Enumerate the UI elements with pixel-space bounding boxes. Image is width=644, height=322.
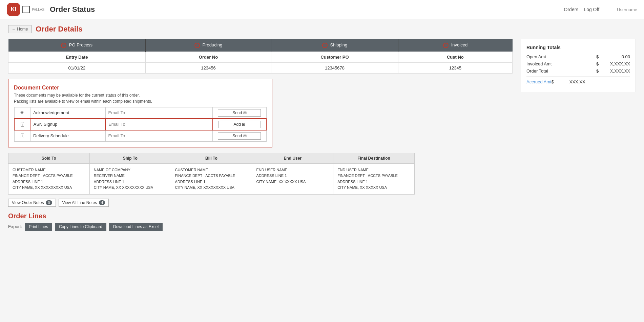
delivery-send-cell: Send ✉ [213,130,266,142]
bill-to-line-1: CUSTOMER NAME [175,167,248,173]
document-table: 👁 Acknowledgement Send ✉ [14,107,267,142]
bill-to-line-3: ADDRESS LINE 1 [175,179,248,185]
order-data-row: 01/01/22 123456 12345678 12345 [8,62,513,73]
ship-to-line-1: NAME OF COMPANY [94,167,167,173]
eye-icon: 👁 [20,110,24,115]
accrued-amt-dollar: $ [552,79,558,84]
invoiced-amt-row: Invoiced Amt $ X,XXX.XX [526,61,630,66]
bill-to-line-2: FINANCE DEPT - ACCTS PAYABLE [175,173,248,179]
info-icon-delivery: i [21,134,24,138]
logoff-link[interactable]: Log Off [584,7,599,12]
ship-to-line-3: ADDRESS LINE 1 [94,179,167,185]
acknowledgement-email-input[interactable] [108,110,210,115]
export-label: Export: [8,224,22,229]
status-table: PO Process Producing Shipping Invoi [8,39,513,74]
download-lines-button[interactable]: Download Lines as Excel [109,223,163,231]
asn-icon-cell: i [14,119,30,130]
bill-to-header: Bill To [171,153,252,164]
sold-to-line-4: CITY NAME, XX XXXXXXXXX USA [13,185,85,191]
open-amt-value: 0.00 [603,54,630,59]
logo-icon: KI [7,3,20,16]
document-center-desc1: These documents may be available for the… [14,93,267,98]
acknowledgement-email-input-cell[interactable] [105,107,213,119]
header-nav: Orders Log Off [564,7,599,12]
ship-to-col: Ship To NAME OF COMPANY RECEIVER NAME AD… [90,153,171,194]
delivery-email-input-cell[interactable] [105,130,213,142]
entry-date-value: 01/01/22 [8,62,146,73]
info-icon-asn: i [21,122,24,127]
producing-check-icon [194,43,200,48]
line-notes-badge: 4 [99,200,105,205]
copy-lines-button[interactable]: Copy Lines to Clipboard [55,223,106,231]
logo-pallas-text: PALLAS [32,8,44,12]
home-button[interactable]: ← Home [8,25,32,33]
main-panel: PO Process Producing Shipping Invoi [8,39,513,234]
customer-po-header: Customer PO [271,52,398,62]
delivery-send-button[interactable]: Send ✉ [218,132,261,140]
document-center-title: Document Center [14,85,267,91]
end-user-line-1: END USER NAME [256,167,329,173]
asn-email-input[interactable] [108,122,210,127]
app-title: Order Status [50,5,95,14]
final-dest-line-2: FINANCE DEPT - ACCTS PAYABLE [337,173,410,179]
export-bar: Export: Print Lines Copy Lines to Clipbo… [8,223,513,231]
view-order-notes-button[interactable]: View Order Notes 0 [8,199,56,207]
delivery-email-input[interactable] [108,133,210,138]
doc-row-acknowledgement: 👁 Acknowledgement Send ✉ [14,107,266,119]
status-shipping: Shipping [271,39,398,52]
ship-to-header: Ship To [90,153,171,164]
order-total-label: Order Total [526,68,596,74]
order-total-row: Order Total $ X,XXX.XX [526,68,630,74]
order-lines-section: Order Lines Export: Print Lines Copy Lin… [8,212,513,231]
asn-add-button[interactable]: Add ⊞ [218,121,261,128]
accrued-amt-value: XXX.XX [558,79,585,84]
print-lines-button[interactable]: Print Lines [25,223,52,231]
end-user-line-3: ADDRESS LINE 1 [256,173,329,179]
po-process-check-icon [61,43,66,48]
order-lines-title: Order Lines [8,212,513,220]
bill-to-body: CUSTOMER NAME FINANCE DEPT - ACCTS PAYAB… [171,164,252,194]
sold-to-line-3: ADDRESS LINE 1 [13,179,85,185]
status-invoiced: Invoiced [398,39,512,52]
order-no-header: Order No [145,52,271,62]
doc-row-asn: i ASN Signup Add ⊞ [14,119,266,130]
view-line-notes-button[interactable]: View All Line Notes 4 [59,199,109,207]
logo: KI PALLAS [7,3,44,16]
status-po-process: PO Process [8,39,146,52]
running-totals: Running Totals Open Amt $ 0.00 Invoiced … [521,39,636,92]
document-center-desc2: Packing lists are available to view or e… [14,99,267,104]
sold-to-header: Sold To [8,153,89,164]
asn-add-cell: Add ⊞ [213,119,266,130]
view-line-notes-label: View All Line Notes [62,200,97,205]
sold-to-body: CUSTOMER NAME FINANCE DEPT - ACCTS PAYAB… [8,164,89,194]
final-dest-line-3: ADDRESS LINE 1 [337,179,410,185]
username-display: Username [617,7,637,12]
ship-to-line-4: CITY NAME, XX XXXXXXXXX USA [94,185,167,191]
page-header: ← Home Order Details [8,25,636,34]
cust-no-header: Cust No [398,52,512,62]
customer-po-value: 12345678 [271,62,398,73]
open-amt-label: Open Amt [526,54,596,59]
asn-email-input-cell[interactable] [105,119,213,130]
order-total-dollar: $ [596,68,603,74]
accrued-amt-link[interactable]: Accrued Amt [526,79,552,84]
sidebar: Running Totals Open Amt $ 0.00 Invoiced … [521,39,636,234]
sold-to-line-2: FINANCE DEPT - ACCTS PAYABLE [13,173,85,179]
entry-date-header: Entry Date [8,52,146,62]
doc-row-delivery: i Delivery Schedule Send ✉ [14,130,266,142]
open-amt-dollar: $ [596,54,603,59]
order-no-value: 123456 [145,62,271,73]
final-destination-header: Final Destination [333,153,414,164]
acknowledgement-name: Acknowledgement [30,107,105,119]
bill-to-col: Bill To CUSTOMER NAME FINANCE DEPT - ACC… [171,153,252,194]
acknowledgement-send-button[interactable]: Send ✉ [218,109,261,117]
orders-link[interactable]: Orders [564,7,579,12]
app-header: KI PALLAS Order Status Orders Log Off Us… [0,0,644,19]
accrued-amt-row: Accrued Amt $ XXX.XX [526,79,630,84]
invoiced-check-icon [443,43,449,48]
end-user-col: End User END USER NAME ADDRESS LINE 1 CI… [252,153,333,194]
acknowledgement-send-cell: Send ✉ [213,107,266,119]
end-user-header: End User [252,153,333,164]
delivery-name: Delivery Schedule [30,130,105,142]
status-header-row: PO Process Producing Shipping Invoi [8,39,513,52]
